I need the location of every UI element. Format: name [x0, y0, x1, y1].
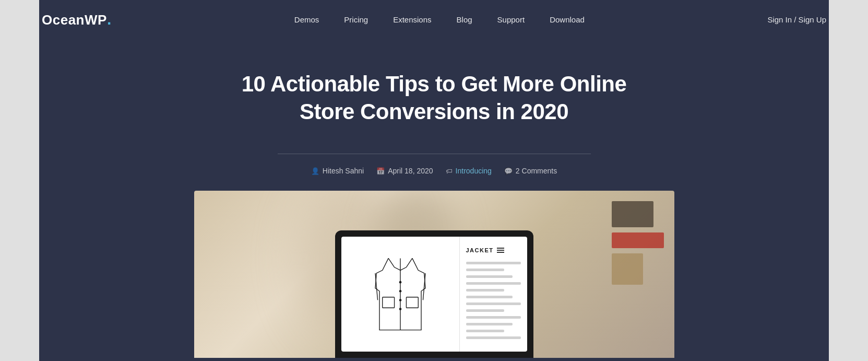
text-line-6	[466, 296, 513, 298]
text-line-2	[466, 269, 505, 271]
screen-jacket-area	[341, 237, 459, 352]
text-line-11	[466, 330, 505, 332]
screen-title-bar: JACKET	[466, 247, 521, 253]
text-line-3	[466, 275, 513, 278]
laptop-frame: JACKET	[335, 230, 533, 358]
shelf-item-dark	[612, 201, 653, 227]
screen-bar-1	[497, 248, 504, 249]
title-divider	[278, 154, 591, 154]
svg-point-1	[399, 281, 401, 284]
meta-comments: 💬 2 Comments	[504, 167, 557, 175]
category-icon: 🏷	[446, 167, 453, 175]
meta-category: 🏷 Introducing	[446, 167, 492, 175]
screen-product-info: JACKET	[459, 237, 527, 352]
jacket-illustration	[369, 252, 432, 336]
text-line-9	[466, 316, 521, 319]
nav-download[interactable]: Download	[550, 15, 585, 24]
svg-point-2	[399, 290, 401, 293]
svg-point-4	[399, 308, 401, 310]
nav-blog[interactable]: Blog	[457, 15, 472, 24]
text-line-8	[466, 309, 505, 312]
calendar-icon: 📅	[376, 167, 385, 175]
main-content: 10 Actionable Tips to Get More Online St…	[0, 39, 868, 361]
screen-bar-2	[497, 250, 504, 251]
laptop-screen: JACKET	[341, 237, 527, 352]
article-header: 10 Actionable Tips to Get More Online St…	[231, 71, 638, 125]
nav-auth: Sign In / Sign Up	[767, 15, 826, 24]
meta-author: 👤 Hitesh Sahni	[311, 167, 364, 175]
meta-date: 📅 April 18, 2020	[376, 167, 433, 175]
nav-pricing[interactable]: Pricing	[344, 15, 368, 24]
logo-dot: .	[107, 11, 111, 27]
svg-rect-5	[382, 297, 394, 308]
shelf-item-tan	[612, 253, 643, 285]
svg-rect-6	[406, 297, 418, 308]
main-nav: Demos Pricing Extensions Blog Support Do…	[294, 15, 585, 24]
logo-link[interactable]: OceanWP.	[42, 11, 111, 28]
author-name: Hitesh Sahni	[323, 167, 364, 175]
sign-in-link[interactable]: Sign In / Sign Up	[767, 15, 826, 24]
featured-image: JACKET	[194, 191, 674, 358]
sidebar-left-panel	[0, 0, 39, 361]
text-line-12	[466, 336, 521, 339]
article-meta: 👤 Hitesh Sahni 📅 April 18, 2020 🏷 Introd…	[311, 167, 557, 175]
text-line-5	[466, 289, 505, 292]
text-line-1	[466, 262, 521, 264]
nav-extensions[interactable]: Extensions	[393, 15, 431, 24]
shelf-item-red	[612, 232, 664, 248]
site-header: OceanWP. Demos Pricing Extensions Blog S…	[0, 0, 868, 39]
svg-point-3	[399, 299, 401, 301]
nav-support[interactable]: Support	[497, 15, 525, 24]
sidebar-right-panel	[829, 0, 868, 361]
screen-bars-icon	[497, 248, 504, 253]
shelf-decoration	[612, 201, 664, 285]
text-line-4	[466, 282, 521, 285]
nav-demos[interactable]: Demos	[294, 15, 319, 24]
screen-bar-3	[497, 252, 504, 253]
screen-product-title: JACKET	[466, 247, 494, 253]
author-icon: 👤	[311, 167, 319, 175]
text-line-10	[466, 323, 513, 325]
publish-date: April 18, 2020	[388, 167, 433, 175]
logo-text: OceanWP	[42, 12, 107, 28]
laptop-mockup: JACKET	[335, 230, 533, 358]
category-link[interactable]: Introducing	[456, 167, 492, 175]
page-wrapper: OceanWP. Demos Pricing Extensions Blog S…	[0, 0, 868, 361]
text-line-7	[466, 302, 521, 305]
comments-icon: 💬	[504, 167, 513, 175]
article-title: 10 Actionable Tips to Get More Online St…	[231, 71, 638, 125]
comments-count: 2 Comments	[516, 167, 557, 175]
